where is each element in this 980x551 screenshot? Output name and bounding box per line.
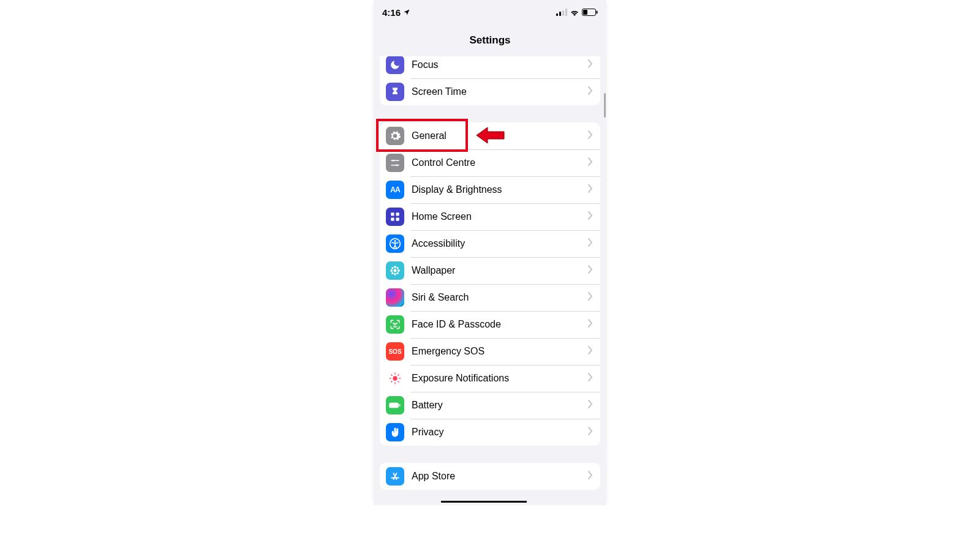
settings-row-accessibility[interactable]: Accessibility xyxy=(380,230,600,257)
svg-point-23 xyxy=(397,267,399,269)
settings-row-wallpaper[interactable]: Wallpaper xyxy=(380,257,600,284)
svg-point-26 xyxy=(393,323,394,324)
svg-rect-11 xyxy=(391,212,394,216)
settings-row-label: Face ID & Passcode xyxy=(412,319,588,330)
settings-row-home-screen[interactable]: Home Screen xyxy=(380,203,600,230)
siri-orb-icon xyxy=(386,288,404,307)
settings-row-siri-search[interactable]: Siri & Search xyxy=(380,284,600,311)
grid-icon xyxy=(386,208,404,226)
sliders-icon xyxy=(386,154,404,172)
annotation-underline xyxy=(441,501,527,503)
settings-row-privacy[interactable]: Privacy xyxy=(380,419,600,446)
svg-rect-38 xyxy=(399,404,401,407)
settings-row-exposure-notifications[interactable]: Exposure Notifications xyxy=(380,365,600,392)
settings-group: App Store xyxy=(380,463,600,490)
hand-icon xyxy=(386,423,404,441)
settings-row-label: General xyxy=(412,130,588,141)
sos-text-icon: SOS xyxy=(386,342,404,361)
svg-line-35 xyxy=(391,381,393,383)
settings-row-label: Exposure Notifications xyxy=(412,373,588,384)
settings-row-label: Wallpaper xyxy=(412,265,588,276)
svg-point-24 xyxy=(391,272,393,274)
settings-row-face-id-passcode[interactable]: Face ID & Passcode xyxy=(380,311,600,338)
scroll-indicator xyxy=(604,93,606,118)
settings-row-screen-time[interactable]: Screen Time xyxy=(380,78,600,105)
settings-row-app-store[interactable]: App Store xyxy=(380,463,600,490)
chevron-right-icon xyxy=(588,471,593,482)
battery-icon xyxy=(386,396,404,414)
chevron-right-icon xyxy=(588,184,593,195)
settings-row-label: Accessibility xyxy=(412,238,588,249)
settings-row-battery[interactable]: Battery xyxy=(380,392,600,419)
settings-row-label: Focus xyxy=(412,59,588,70)
svg-point-28 xyxy=(393,376,397,380)
chevron-right-icon xyxy=(588,400,593,411)
settings-row-label: Siri & Search xyxy=(412,292,588,303)
svg-point-27 xyxy=(396,323,397,324)
svg-point-21 xyxy=(398,269,400,272)
settings-row-label: Privacy xyxy=(412,427,588,438)
chevron-right-icon xyxy=(588,238,593,249)
settings-row-label: Control Centre xyxy=(412,157,588,168)
chevron-right-icon xyxy=(588,319,593,330)
svg-rect-13 xyxy=(391,218,394,221)
svg-point-18 xyxy=(394,266,396,268)
svg-rect-6 xyxy=(597,10,598,13)
battery-icon xyxy=(582,7,598,18)
moon-icon xyxy=(386,56,404,74)
wifi-icon xyxy=(570,7,579,18)
nav-bar: Settings xyxy=(374,24,606,56)
settings-row-emergency-sos[interactable]: SOSEmergency SOS xyxy=(380,338,600,365)
settings-row-label: Display & Brightness xyxy=(412,184,588,195)
chevron-right-icon xyxy=(588,157,593,168)
svg-point-19 xyxy=(394,273,396,276)
settings-row-general[interactable]: General xyxy=(380,122,600,149)
svg-point-22 xyxy=(391,267,393,269)
svg-point-17 xyxy=(394,269,397,272)
page-title: Settings xyxy=(469,34,510,47)
gear-icon xyxy=(386,127,404,145)
svg-rect-12 xyxy=(396,212,399,216)
accessibility-icon xyxy=(386,234,404,253)
chevron-right-icon xyxy=(588,130,593,141)
svg-rect-10 xyxy=(391,165,399,166)
settings-scroll[interactable]: FocusScreen TimeGeneralControl CentreAAD… xyxy=(374,56,606,505)
status-right xyxy=(556,7,598,18)
hourglass-icon xyxy=(386,83,404,101)
settings-row-label: Battery xyxy=(412,400,588,411)
svg-rect-2 xyxy=(562,10,564,16)
phone-frame: 4:16 xyxy=(374,0,606,505)
svg-rect-3 xyxy=(565,9,567,16)
settings-row-label: App Store xyxy=(412,471,588,482)
chevron-right-icon xyxy=(588,373,593,384)
flower-icon xyxy=(386,261,404,280)
face-id-icon xyxy=(386,315,404,334)
svg-rect-37 xyxy=(389,403,398,408)
settings-row-control-centre[interactable]: Control Centre xyxy=(380,149,600,176)
chevron-right-icon xyxy=(588,86,593,97)
svg-rect-5 xyxy=(583,10,587,15)
settings-row-display-brightness[interactable]: AADisplay & Brightness xyxy=(380,176,600,203)
app-store-icon xyxy=(386,467,404,485)
chevron-right-icon xyxy=(588,427,593,438)
cellular-signal-icon xyxy=(556,7,567,18)
status-time: 4:16 xyxy=(382,7,401,18)
location-services-icon xyxy=(403,7,410,18)
settings-row-label: Screen Time xyxy=(412,86,588,97)
settings-group: FocusScreen Time xyxy=(380,56,600,105)
exposure-dot-icon xyxy=(386,369,404,388)
svg-rect-1 xyxy=(559,12,561,16)
chevron-right-icon xyxy=(588,292,593,303)
svg-point-20 xyxy=(390,269,393,272)
text-size-icon: AA xyxy=(386,181,404,199)
chevron-right-icon xyxy=(588,59,593,70)
svg-point-25 xyxy=(397,272,399,274)
chevron-right-icon xyxy=(588,265,593,276)
status-left: 4:16 xyxy=(382,7,410,18)
svg-rect-8 xyxy=(391,160,399,162)
settings-row-label: Emergency SOS xyxy=(412,346,588,357)
settings-row-focus[interactable]: Focus xyxy=(380,56,600,78)
settings-group: GeneralControl CentreAADisplay & Brightn… xyxy=(380,122,600,446)
svg-line-33 xyxy=(391,375,393,376)
svg-line-36 xyxy=(398,375,399,376)
